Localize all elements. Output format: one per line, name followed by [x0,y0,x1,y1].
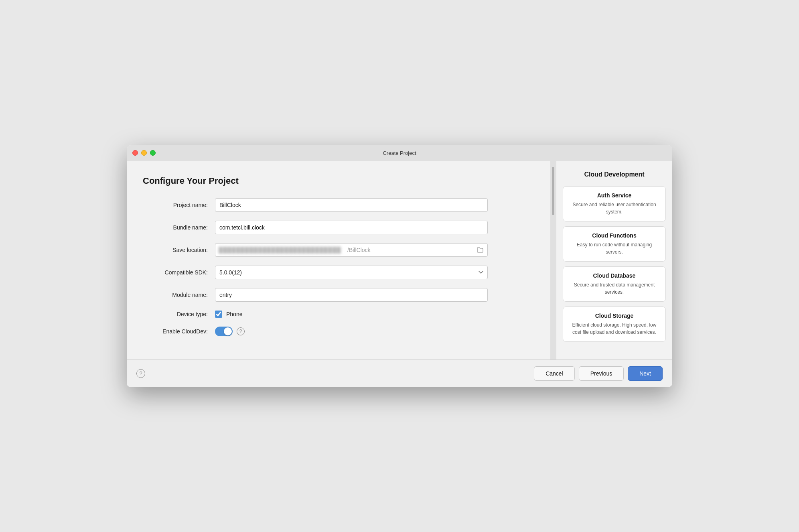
bundle-name-input[interactable] [215,221,488,234]
device-type-row: Device type: Phone [143,311,534,318]
clouddev-help-icon[interactable]: ? [237,327,245,335]
project-name-label: Project name: [143,202,215,208]
phone-checkbox[interactable] [215,311,222,318]
cancel-button[interactable]: Cancel [534,366,575,381]
compatible-sdk-label: Compatible SDK: [143,269,215,276]
footer-buttons: Cancel Previous Next [534,366,663,381]
folder-icon[interactable] [476,246,484,254]
close-button[interactable] [132,150,138,156]
auth-service-desc: Secure and reliable user authentication … [570,201,659,215]
minimize-button[interactable] [141,150,147,156]
module-name-row: Module name: [143,288,534,302]
compatible-sdk-select[interactable]: 5.0.0(12) [215,266,488,279]
device-type-checkbox-row: Phone [215,311,242,318]
right-panel: Cloud Development Auth Service Secure an… [556,161,672,359]
cloud-card-auth: Auth Service Secure and reliable user au… [563,186,666,221]
save-location-path: /BillClock [347,247,476,253]
bundle-name-label: Bundle name: [143,224,215,231]
cloud-card-storage: Cloud Storage Efficient cloud storage. H… [563,307,666,342]
project-name-row: Project name: [143,198,534,212]
bundle-name-row: Bundle name: [143,221,534,234]
cloud-card-functions: Cloud Functions Easy to run code without… [563,226,666,262]
previous-button[interactable]: Previous [579,366,624,381]
footer: ? Cancel Previous Next [127,359,672,387]
clouddev-toggle[interactable] [215,327,233,336]
footer-left: ? [136,369,145,378]
window-title: Create Project [383,150,416,156]
enable-clouddev-label: Enable CloudDev: [143,328,215,335]
footer-help-icon[interactable]: ? [136,369,145,378]
form-area: Project name: Bundle name: Save location… [143,198,534,345]
cloud-functions-desc: Easy to run code without managing server… [570,241,659,256]
traffic-lights [132,150,156,156]
cloud-storage-desc: Efficient cloud storage. High speed, low… [570,321,659,336]
window-body: Configure Your Project Project name: Bun… [127,161,672,359]
save-location-label: Save location: [143,247,215,253]
compatible-sdk-row: Compatible SDK: 5.0.0(12) [143,266,534,279]
auth-service-title: Auth Service [570,192,659,199]
module-name-label: Module name: [143,292,215,298]
cloud-functions-title: Cloud Functions [570,232,659,239]
maximize-button[interactable] [150,150,156,156]
device-type-label: Device type: [143,311,215,317]
cloud-database-title: Cloud Database [570,272,659,279]
cloud-database-desc: Secure and trusted data management servi… [570,281,659,296]
scrollbar[interactable] [550,161,556,359]
main-window: Create Project Configure Your Project Pr… [127,145,672,387]
panel-title: Cloud Development [563,171,666,178]
page-title: Configure Your Project [143,176,534,186]
main-content: Configure Your Project Project name: Bun… [127,161,550,359]
cloud-storage-title: Cloud Storage [570,313,659,319]
scrollbar-thumb[interactable] [552,167,554,215]
next-button[interactable]: Next [628,366,663,381]
phone-checkbox-label: Phone [226,311,242,317]
cloud-card-database: Cloud Database Secure and trusted data m… [563,266,666,302]
module-name-input[interactable] [215,288,488,302]
save-location-blur: ████████████████████████████ [219,247,347,253]
save-location-row: Save location: █████████████████████████… [143,243,534,257]
enable-clouddev-row: Enable CloudDev: ? [143,327,534,336]
project-name-input[interactable] [215,198,488,212]
save-location-wrapper[interactable]: ████████████████████████████ /BillClock [215,243,488,257]
toggle-row: ? [215,327,245,336]
titlebar: Create Project [127,145,672,161]
